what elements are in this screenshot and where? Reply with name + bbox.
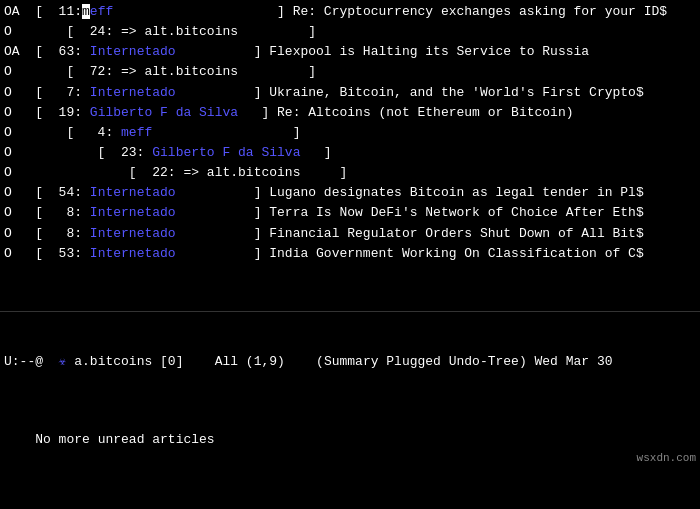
thread-line-5: O [ 7: Internetado ] Ukraine, Bitcoin, a… [4, 83, 696, 103]
thread-line-8: O [ 23: Gilberto F da Silva ] [4, 143, 696, 163]
buffer-info: a.bitcoins [0] All (1,9) (Summary Plugge… [66, 352, 612, 372]
terminal-content: OA [ 11:meff ] Re: Cryptocurrency exchan… [0, 0, 700, 311]
status-line1: U:--@ ☣ a.bitcoins [0] All (1,9) (Summar… [4, 352, 696, 372]
thread-line-6: O [ 19: Gilberto F da Silva ] Re: Altcoi… [4, 103, 696, 123]
thread-line-9: O [ 22: => alt.bitcoins ] [4, 163, 696, 183]
thread-line-3: OA [ 63: Internetado ] Flexpool is Halti… [4, 42, 696, 62]
mode-indicator: ☣ [59, 352, 67, 372]
thread-line-11: O [ 8: Internetado ] Terra Is Now DeFi's… [4, 203, 696, 223]
watermark: wsxdn.com [637, 450, 696, 467]
thread-line-13: O [ 53: Internetado ] India Government W… [4, 244, 696, 264]
thread-line-12: O [ 8: Internetado ] Financial Regulator… [4, 224, 696, 244]
thread-line-2: O [ 24: => alt.bitcoins ] [4, 22, 696, 42]
thread-line-1: OA [ 11:meff ] Re: Cryptocurrency exchan… [4, 2, 696, 22]
status-bar: U:--@ ☣ a.bitcoins [0] All (1,9) (Summar… [0, 311, 700, 509]
thread-line-10: O [ 54: Internetado ] Lugano designates … [4, 183, 696, 203]
mode-text: U:--@ [4, 352, 59, 372]
status-line2: No more unread articles wsxdn.com [4, 411, 696, 489]
thread-line-7: O [ 4: meff ] [4, 123, 696, 143]
status-message: No more unread articles [35, 432, 214, 447]
thread-line-4: O [ 72: => alt.bitcoins ] [4, 62, 696, 82]
